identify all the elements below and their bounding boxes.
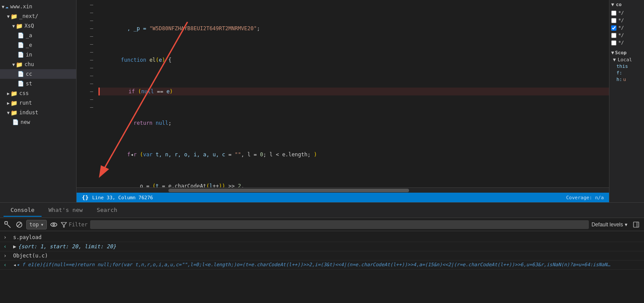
line-numbers: – – – – – – – – – – – – – – bbox=[77, 0, 98, 187]
inspect-button[interactable] bbox=[4, 220, 12, 229]
checkboxes-header[interactable]: ▼ co bbox=[611, 2, 642, 7]
svg-rect-9 bbox=[634, 222, 639, 227]
expand-arrow: ▼ bbox=[7, 14, 10, 19]
line-num: – bbox=[77, 64, 93, 72]
file-icon: 📄 bbox=[18, 71, 24, 77]
code-editor: – – – – – – – – – – – – – – , _p = "W5 bbox=[77, 0, 609, 202]
sidebar-item-css[interactable]: ▶ 📁 css bbox=[0, 88, 76, 98]
checkbox-3[interactable] bbox=[611, 25, 616, 31]
folder-icon: 📁 bbox=[10, 109, 18, 116]
line-num: – bbox=[77, 88, 93, 95]
sidebar-label: chu bbox=[24, 61, 34, 67]
main-container: ▼ ☁ www.xin ▼ 📁 _next/ ▼ 📁 XsQ 📄 _a 📄 bbox=[0, 0, 644, 202]
filter-icon-box: Filter bbox=[61, 222, 88, 228]
sidebar-item-www-xin[interactable]: ▼ ☁ www.xin bbox=[0, 2, 76, 11]
visibility-button[interactable] bbox=[49, 220, 58, 229]
folder-icon: 📁 bbox=[10, 13, 18, 20]
sidebar-item-a[interactable]: 📄 _a bbox=[0, 31, 76, 40]
expand-arrow-right: ▼ bbox=[611, 2, 614, 7]
console-text-function-code: ◂ f e1(e){if(null==e)return null;for(var… bbox=[16, 261, 610, 269]
line-num: – bbox=[77, 17, 93, 25]
sidebar-toggle-button[interactable] bbox=[632, 220, 640, 229]
sidebar-label: _e bbox=[26, 42, 32, 48]
console-output[interactable]: › s.payload ‹ ▶ {sort: 1, start: 20, lim… bbox=[0, 231, 644, 303]
file-icon: 📄 bbox=[18, 81, 24, 87]
sidebar-item-e[interactable]: 📄 _e bbox=[0, 40, 76, 50]
console-line-object[interactable]: › Object(u.c) bbox=[0, 251, 644, 261]
sidebar-label: www.xin bbox=[10, 4, 32, 10]
scope-header[interactable]: ▼ Scop bbox=[611, 50, 642, 56]
clear-button[interactable] bbox=[15, 220, 24, 229]
expand-arrow: ▼ bbox=[12, 24, 15, 28]
code-line-5: f◂r (var t, n, r, o, i, a, u, c = "", l … bbox=[98, 151, 609, 159]
svg-point-6 bbox=[51, 223, 57, 226]
sidebar-label: cc bbox=[26, 71, 32, 77]
code-container[interactable]: – – – – – – – – – – – – – – , _p = "W5 bbox=[77, 0, 609, 187]
svg-point-7 bbox=[53, 224, 55, 225]
filter-icon bbox=[61, 222, 67, 228]
checkbox-row-1: */ bbox=[611, 9, 642, 17]
console-text-object: Object(u.c) bbox=[13, 252, 48, 260]
file-icon: 📄 bbox=[18, 42, 24, 48]
tab-search[interactable]: Search bbox=[90, 204, 124, 217]
sidebar-item-runt[interactable]: ▶ 📁 runt bbox=[0, 98, 76, 108]
sidebar-label: st bbox=[26, 81, 32, 87]
checkbox-4[interactable] bbox=[611, 33, 616, 38]
line-num: – bbox=[77, 95, 93, 103]
folder-icon: 📁 bbox=[16, 61, 23, 68]
svg-line-5 bbox=[18, 222, 21, 226]
horizontal-scrollbar[interactable] bbox=[77, 187, 609, 193]
expand-arrow: ▶ bbox=[7, 91, 10, 96]
scope-item-f: f: bbox=[611, 70, 642, 76]
line-num: – bbox=[77, 48, 93, 56]
console-prefix-left2: ‹ bbox=[4, 261, 10, 269]
sidebar-item-in[interactable]: 📄 in bbox=[0, 50, 76, 60]
console-line-sort[interactable]: ‹ ▶ {sort: 1, start: 20, limit: 20} bbox=[0, 242, 644, 251]
right-panel: ▼ co */ */ */ */ bbox=[609, 0, 644, 202]
scope-item-h: h: u bbox=[611, 76, 642, 83]
checkbox-2[interactable] bbox=[611, 18, 616, 23]
scope-key-this: this bbox=[616, 63, 628, 69]
sidebar-item-next[interactable]: ▼ 📁 _next/ bbox=[0, 11, 76, 21]
default-levels-button[interactable]: Default levels ▾ bbox=[592, 222, 627, 228]
scope-val-h: u bbox=[623, 77, 626, 82]
scope-key-f: f: bbox=[616, 70, 622, 76]
code-line-3: if (null == e) bbox=[98, 88, 609, 95]
filter-area: Filter bbox=[61, 220, 589, 229]
context-selector[interactable]: top ▾ bbox=[26, 220, 47, 229]
sidebar-item-indust[interactable]: ▼ 📁 indust bbox=[0, 108, 76, 117]
console-text-sort: {sort: 1, start: 20, limit: 20} bbox=[18, 243, 116, 250]
sidebar-label: new bbox=[21, 119, 30, 125]
scope-item-this: this bbox=[611, 63, 642, 70]
checkbox-1[interactable] bbox=[611, 11, 616, 16]
console-line-function[interactable]: ‹ ◂ ◂ f e1(e){if(null==e)return null;for… bbox=[0, 261, 644, 270]
filter-label: Filter bbox=[69, 222, 88, 228]
sidebar-item-new[interactable]: 📄 new bbox=[0, 117, 76, 127]
svg-marker-8 bbox=[61, 222, 66, 227]
tab-console[interactable]: Console bbox=[4, 204, 42, 217]
checkbox-5[interactable] bbox=[611, 40, 616, 46]
expand-button[interactable]: ▶ bbox=[13, 243, 16, 250]
scope-local-arrow: ▼ bbox=[613, 57, 616, 63]
console-prefix-left: ‹ bbox=[4, 243, 10, 250]
scrollbar-thumb-h[interactable] bbox=[168, 189, 409, 192]
expand-arrow: ▶ bbox=[7, 101, 10, 106]
code-content: , _p = "W5D80NFZHAYB8EUI2T649RT2MNRMVE20… bbox=[98, 0, 609, 187]
file-tree-sidebar: ▼ ☁ www.xin ▼ 📁 _next/ ▼ 📁 XsQ 📄 _a 📄 bbox=[0, 0, 77, 202]
sidebar-item-chu[interactable]: ▼ 📁 chu bbox=[0, 60, 76, 69]
sidebar-item-cc[interactable]: 📄 cc bbox=[0, 69, 76, 79]
console-line-s-payload[interactable]: › s.payload bbox=[0, 233, 644, 242]
code-line-2: function el(e) { bbox=[98, 56, 609, 64]
file-icon: 📄 bbox=[12, 119, 19, 125]
chevron-down-icon: ▾ bbox=[41, 222, 44, 228]
line-num: – bbox=[77, 56, 93, 64]
filter-input[interactable] bbox=[90, 220, 589, 229]
scope-local-header[interactable]: ▼ Local bbox=[611, 56, 642, 63]
sidebar-item-st[interactable]: 📄 st bbox=[0, 79, 76, 88]
sidebar-item-xsq[interactable]: ▼ 📁 XsQ bbox=[0, 21, 76, 31]
expand-arrow: ▼ bbox=[2, 4, 4, 9]
sidebar-label: _a bbox=[26, 32, 32, 39]
expand-arrow: ▼ bbox=[12, 62, 15, 67]
checkbox-row-5: */ bbox=[611, 39, 642, 46]
tab-whats-new[interactable]: What's new bbox=[42, 204, 90, 217]
